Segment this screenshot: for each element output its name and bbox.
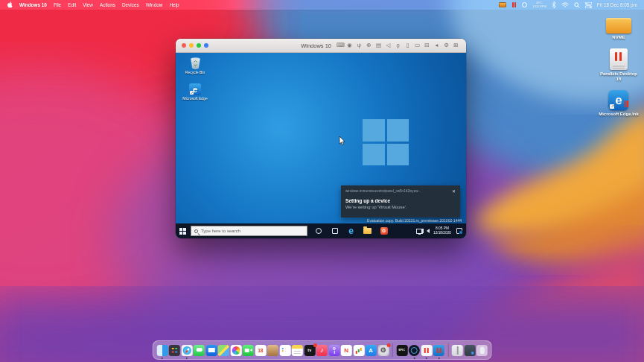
volume-icon[interactable]: ◂	[433, 42, 440, 48]
epic-games-icon[interactable]: EPIC	[396, 345, 407, 356]
podcasts-icon[interactable]	[328, 345, 339, 356]
maps-icon[interactable]	[218, 345, 229, 356]
menu-help[interactable]: Help	[169, 2, 179, 7]
microphone-icon[interactable]: ϙ	[395, 42, 401, 48]
desktop-icon-nvme[interactable]: NVME	[606, 18, 631, 40]
view-mode-icon[interactable]: ⊞	[453, 42, 459, 48]
menu-actions[interactable]: Actions	[100, 2, 115, 7]
music-icon[interactable]: ♪	[316, 345, 328, 356]
menu-bar-clock[interactable]: Fri 18 Dec 8:05 pm	[597, 2, 637, 7]
edge-taskbar-button[interactable]: e	[347, 227, 355, 235]
calendar-icon[interactable]: 18	[255, 345, 266, 356]
edge-desktop-icon[interactable]: e ↗ Microsoft Edge	[180, 83, 210, 101]
performance-icon[interactable]: ▤	[375, 42, 382, 48]
archive-file-icon[interactable]	[452, 345, 463, 356]
zoom-button[interactable]	[197, 43, 201, 48]
messages-icon[interactable]	[194, 345, 205, 356]
taskbar-clock[interactable]: 8:05 PM 12/18/2020	[433, 226, 451, 235]
windows-desktop-icons: Recycle Bin e ↗ Microsoft Edge	[178, 57, 212, 101]
spotlight-search-icon[interactable]	[574, 2, 580, 8]
office-icon: O	[380, 227, 388, 235]
facetime-icon[interactable]	[243, 345, 254, 356]
control-center-icon[interactable]	[585, 2, 592, 8]
shortcut-arrow-icon: ↗	[190, 91, 194, 95]
file-explorer-button[interactable]	[363, 227, 372, 235]
round-blue-app-icon[interactable]	[409, 345, 420, 356]
downloads-folder-icon[interactable]	[464, 345, 475, 356]
action-center-icon[interactable]	[456, 228, 462, 234]
mail-icon[interactable]	[205, 345, 217, 356]
parallels-drive-icon	[610, 48, 628, 70]
photos-icon[interactable]	[230, 345, 241, 356]
menu-bar: Windows 10 File Edit View Actions Device…	[0, 0, 644, 10]
shortcut-arrow-icon: ↗	[610, 104, 614, 109]
fan-speed-value: 1702 RPM	[532, 4, 546, 8]
reminders-icon[interactable]	[279, 345, 290, 356]
finder-icon[interactable]	[156, 345, 168, 356]
notification-toast[interactable]: windows.immersivecontrolpanel_cw5n1h2txy…	[341, 185, 460, 217]
windows-vm-icon[interactable]	[433, 345, 444, 356]
vm-window-titlebar[interactable]: Windows 10 ⌨ ◉ ψ ⊕ ▤ ◁ ϙ ▯ ▭ ⊟ ◂ ⚙ ⊞	[176, 39, 466, 53]
taskbar-search-input[interactable]: Type here to search	[191, 226, 307, 236]
temperature-fan-status[interactable]: 49°C 1702 RPM	[532, 1, 546, 8]
camera-icon[interactable]: ▭	[414, 42, 421, 48]
app-store-icon[interactable]: A	[366, 345, 377, 356]
notes-icon[interactable]	[292, 345, 303, 356]
parallels-icon[interactable]	[511, 2, 517, 7]
apple-menu-icon[interactable]	[7, 1, 13, 9]
recycle-bin-icon[interactable]: Recycle Bin	[185, 57, 205, 74]
launchpad-icon[interactable]	[169, 345, 180, 356]
edge-icon: e	[348, 226, 354, 235]
shutter-icon[interactable]: ◉	[346, 42, 353, 48]
stats-circle-icon[interactable]	[522, 2, 527, 7]
contacts-icon[interactable]	[267, 345, 278, 356]
display-icon[interactable]	[499, 2, 506, 7]
keyboard-icon[interactable]: ⌨	[337, 42, 343, 48]
evaluation-watermark: Evaluation copy. Build 20231.rs_prerelea…	[367, 218, 462, 223]
trash-icon[interactable]	[476, 345, 488, 356]
usb-icon[interactable]: ψ	[356, 42, 363, 48]
news-icon[interactable]: N	[341, 345, 352, 356]
menu-edit[interactable]: Edit	[68, 2, 76, 7]
file-explorer-icon	[363, 228, 372, 234]
close-button[interactable]	[182, 43, 186, 48]
recycle-bin-glyph	[190, 57, 201, 69]
menu-file[interactable]: File	[54, 2, 61, 7]
dock-divider	[392, 343, 393, 357]
stocks-icon[interactable]	[353, 345, 364, 356]
minimize-button[interactable]	[189, 43, 194, 48]
menu-window[interactable]: Window	[146, 2, 163, 7]
traffic-lights	[182, 43, 208, 48]
start-button[interactable]	[176, 223, 189, 238]
cortana-button[interactable]	[314, 227, 322, 235]
active-app-name[interactable]: Windows 10	[19, 2, 47, 7]
apple-tv-icon[interactable]: tv	[304, 345, 315, 356]
windows-desktop[interactable]: Recycle Bin e ↗ Microsoft Edge windows.i…	[176, 53, 466, 238]
menu-devices[interactable]: Devices	[122, 2, 139, 7]
office-button[interactable]: O	[380, 227, 388, 235]
taskbar-date: 12/18/2020	[433, 231, 451, 235]
phone-icon[interactable]: ▯	[404, 42, 411, 48]
notification-body: We're setting up 'Virtual Mouse'.	[345, 205, 456, 209]
sound-icon[interactable]: ◁	[385, 42, 392, 48]
coherence-button[interactable]	[204, 43, 208, 48]
system-preferences-icon[interactable]: ⚙	[377, 345, 389, 356]
windows-icon-label: Recycle Bin	[185, 70, 205, 74]
edge-e-glyph: e	[615, 94, 622, 107]
settings-gear-icon[interactable]: ⚙	[443, 42, 450, 48]
vm-status-icons: ⌨ ◉ ψ ⊕ ▤ ◁ ϙ ▯ ▭ ⊟ ◂ ⚙ ⊞	[337, 42, 459, 48]
notification-close-icon[interactable]: ✕	[452, 188, 456, 194]
wifi-icon[interactable]	[561, 2, 569, 8]
parallels-desktop-icon[interactable]	[421, 345, 432, 356]
network-icon[interactable]: ⊕	[366, 42, 372, 48]
speaker-tray-icon[interactable]	[427, 229, 430, 233]
safari-icon[interactable]	[181, 345, 192, 356]
desktop-icon-edge-lnk[interactable]: e ↗ Microsoft Edge.lnk	[599, 90, 639, 117]
bluetooth-icon[interactable]	[552, 1, 556, 8]
desktop-icon-parallels-desktop[interactable]: Parallels Desktop 16	[599, 48, 638, 82]
shared-folders-icon[interactable]: ⊟	[424, 42, 430, 48]
task-view-button[interactable]	[331, 227, 339, 235]
menu-view[interactable]: View	[83, 2, 93, 7]
gear-glyph: ⚙	[380, 347, 386, 354]
notification-source: windows.immersivecontrolpanel_cw5n1h2txy…	[345, 189, 448, 193]
